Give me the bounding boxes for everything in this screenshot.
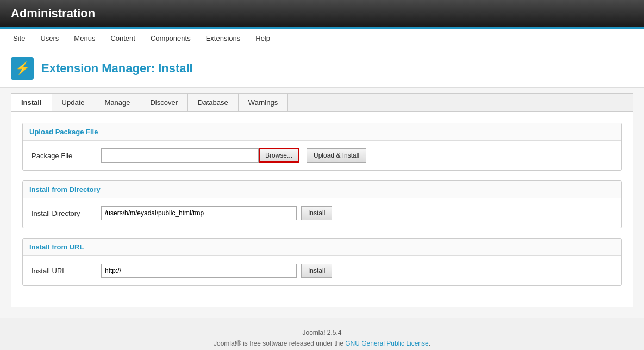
tabs-bar: Install Update Manage Discover Database … (11, 93, 633, 111)
install-url-label: Install URL (32, 267, 97, 275)
nav-users[interactable]: Users (33, 29, 66, 49)
nav-site[interactable]: Site (5, 29, 33, 49)
install-directory-button[interactable]: Install (301, 206, 332, 220)
install-url-legend: Install from URL (23, 239, 621, 256)
tab-install[interactable]: Install (11, 94, 52, 111)
browse-button[interactable]: Browse... (259, 148, 299, 162)
tab-update[interactable]: Update (52, 94, 95, 111)
install-url-row: Install URL Install (32, 264, 612, 278)
install-url-button[interactable]: Install (301, 264, 332, 278)
package-file-input[interactable] (101, 148, 259, 162)
admin-title: Administration (11, 7, 633, 21)
install-url-section: Install from URL Install URL Install (22, 238, 622, 286)
nav-menus[interactable]: Menus (66, 29, 103, 49)
footer-license: Joomla!® is free software released under… (11, 340, 633, 347)
package-file-label: Package File (32, 152, 97, 160)
install-url-input[interactable] (101, 264, 297, 278)
free-software-text: Joomla!® is free software released under… (214, 340, 345, 347)
joomla-version: Joomla! 2.5.4 (302, 329, 341, 336)
install-directory-body: Install Directory Install (23, 198, 621, 228)
install-directory-label: Install Directory (32, 209, 97, 217)
install-directory-section: Install from Directory Install Directory… (22, 180, 622, 228)
upload-install-button[interactable]: Upload & Install (307, 148, 366, 162)
install-directory-input[interactable] (101, 206, 297, 220)
file-input-wrapper: Browse... (101, 148, 299, 162)
install-directory-row: Install Directory Install (32, 206, 612, 220)
tab-manage[interactable]: Manage (95, 94, 141, 111)
extension-manager-icon: ⚡ (11, 57, 34, 80)
main-content: Install Update Manage Discover Database … (0, 88, 644, 318)
install-url-body: Install URL Install (23, 256, 621, 285)
upload-package-legend: Upload Package File (23, 123, 621, 141)
page-title: Extension Manager: Install (41, 61, 193, 76)
nav-components[interactable]: Components (143, 29, 198, 49)
upload-package-section: Upload Package File Package File Browse.… (22, 123, 622, 171)
footer: Joomla! 2.5.4 Joomla!® is free software … (0, 318, 644, 350)
header: Administration (0, 0, 644, 29)
page-title-bar: ⚡ Extension Manager: Install (0, 49, 644, 88)
package-file-row: Package File Browse... Upload & Install (32, 148, 612, 162)
install-directory-legend: Install from Directory (23, 181, 621, 198)
content-panel: Upload Package File Package File Browse.… (11, 111, 633, 307)
tab-database[interactable]: Database (188, 94, 239, 111)
nav-help[interactable]: Help (248, 29, 278, 49)
nav-extensions[interactable]: Extensions (198, 29, 248, 49)
navbar: Site Users Menus Content Components Exte… (0, 29, 644, 49)
upload-package-body: Package File Browse... Upload & Install (23, 141, 621, 170)
period: . (429, 340, 430, 347)
footer-version: Joomla! 2.5.4 (11, 329, 633, 336)
nav-content[interactable]: Content (103, 29, 143, 49)
tab-discover[interactable]: Discover (140, 94, 188, 111)
tab-warnings[interactable]: Warnings (239, 94, 288, 111)
gpl-link[interactable]: GNU General Public License (345, 340, 428, 347)
